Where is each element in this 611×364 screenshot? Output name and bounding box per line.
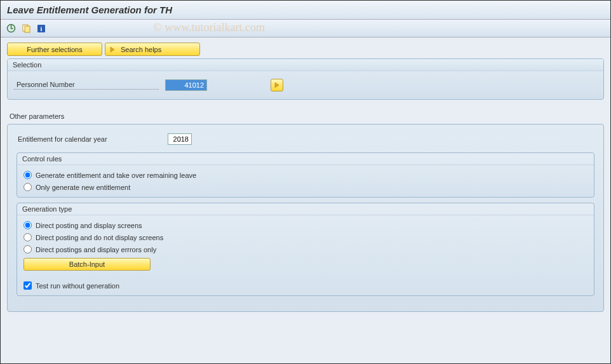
top-button-row: Further selections Search helps <box>7 43 604 56</box>
personnel-number-input[interactable] <box>165 79 207 91</box>
execute-icon[interactable] <box>6 24 16 34</box>
control-rule-radio-1[interactable] <box>24 171 32 179</box>
test-run-checkbox[interactable] <box>24 281 32 290</box>
button-label: Batch-Input <box>69 260 105 268</box>
further-selections-button[interactable]: Further selections <box>7 43 102 56</box>
gen-type-option-3[interactable]: Direct postings and display errrors only <box>24 243 588 255</box>
radio-label: Direct postings and display errrors only <box>36 246 156 253</box>
radio-label: Only generate new entitlement <box>36 184 130 191</box>
control-rules-group: Control rules Generate entitlement and t… <box>17 152 594 198</box>
gen-type-option-1[interactable]: Direct posting and display screens <box>24 219 588 231</box>
personnel-number-label: Personnel Number <box>14 81 159 90</box>
title-bar: Leave Entitlement Generation for TH <box>1 1 610 20</box>
entitlement-year-row: Entitlement for calendar year <box>15 131 596 147</box>
control-rule-radio-2[interactable] <box>24 183 32 191</box>
test-run-row[interactable]: Test run without generation <box>24 280 588 292</box>
control-rule-option-1[interactable]: Generate entitlement and take over remai… <box>24 169 588 181</box>
control-rule-option-2[interactable]: Only generate new entitlement <box>24 181 588 193</box>
entitlement-year-label: Entitlement for calendar year <box>15 135 161 144</box>
generation-type-group: Generation type Direct posting and displ… <box>17 203 594 296</box>
gen-type-radio-2[interactable] <box>24 233 32 241</box>
personnel-number-row: Personnel Number <box>14 76 597 94</box>
control-rules-header: Control rules <box>17 153 594 165</box>
gen-type-radio-3[interactable] <box>24 245 32 253</box>
button-label: Further selections <box>27 46 82 53</box>
selection-group: Selection Personnel Number <box>7 58 604 100</box>
content-area: Further selections Search helps Selectio… <box>1 37 610 364</box>
app-toolbar: i <box>1 20 610 37</box>
other-params-header: Other parameters <box>7 111 604 124</box>
info-icon[interactable]: i <box>36 24 46 34</box>
page-title: Leave Entitlement Generation for TH <box>7 4 172 15</box>
batch-input-button[interactable]: Batch-Input <box>24 258 151 271</box>
search-helps-button[interactable]: Search helps <box>105 43 200 56</box>
generation-type-header: Generation type <box>17 203 594 215</box>
multiple-selection-button[interactable] <box>271 79 283 91</box>
radio-label: Generate entitlement and take over remai… <box>36 172 196 179</box>
svg-text:i: i <box>41 25 43 32</box>
radio-label: Direct posting and display screens <box>36 222 142 229</box>
other-params-group: Entitlement for calendar year Control ru… <box>7 124 604 312</box>
radio-label: Direct posting and do not display screen… <box>36 234 163 241</box>
button-label: Search helps <box>121 46 161 53</box>
entitlement-year-input[interactable] <box>168 133 192 145</box>
gen-type-radio-1[interactable] <box>24 221 32 229</box>
selection-header: Selection <box>8 59 603 71</box>
gen-type-option-2[interactable]: Direct posting and do not display screen… <box>24 231 588 243</box>
arrow-right-icon <box>108 45 117 54</box>
svg-rect-2 <box>25 26 30 32</box>
variant-icon[interactable] <box>21 24 31 34</box>
checkbox-label: Test run without generation <box>36 282 119 290</box>
